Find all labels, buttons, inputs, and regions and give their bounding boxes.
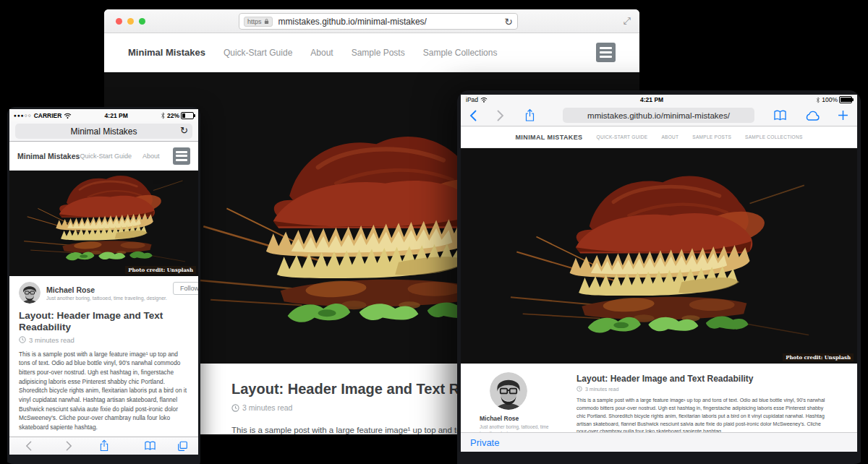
post-paragraph-1: This is a sample post with a large featu… — [19, 350, 189, 431]
iphone-screen: ●●●○○ CARRIER 4:21 PM 22% Minimal Mistak… — [9, 109, 198, 455]
private-browsing-bar: Private — [461, 432, 857, 452]
author-row: Michael Rose Just another boring, tattoo… — [19, 282, 189, 304]
page-title-in-urlbar: Minimal Mistakes — [70, 126, 137, 137]
nav-link-quick-start-guide[interactable]: QUICK-START GUIDE — [597, 134, 648, 139]
photo-credit: Photo credit: Unsplash — [125, 266, 196, 274]
new-tab-icon[interactable] — [838, 110, 848, 121]
battery-icon — [181, 112, 194, 119]
read-time: 3 minutes read — [585, 387, 618, 392]
status-time: 4:21 PM — [72, 112, 161, 119]
status-time: 4:21 PM — [488, 96, 816, 103]
nav-link-quick-start-guide[interactable]: Quick-Start Guide — [224, 48, 292, 58]
safari-toolbar: mmistakes.github.io/minimal-mistakes/ — [461, 105, 857, 126]
post-title: Layout: Header Image and Text Readabilit… — [19, 310, 189, 333]
nav-link-about[interactable]: About — [142, 152, 160, 160]
post-meta: 3 minutes read — [19, 336, 189, 344]
ipad-status-bar: iPad 4:21 PM 100% — [461, 95, 857, 105]
site-title[interactable]: Minimal Mistakes — [17, 152, 80, 160]
safari-bottom-toolbar — [9, 437, 198, 455]
bluetooth-icon — [161, 112, 166, 119]
site-masthead: Minimal Mistakes Quick-Start Guide About… — [104, 33, 639, 72]
nav-link-sample-posts[interactable]: SAMPLE POSTS — [692, 134, 731, 139]
leaves-photo — [500, 163, 818, 359]
share-icon[interactable] — [99, 439, 109, 452]
url-text: mmistakes.github.io/minimal-mistakes/ — [278, 17, 505, 27]
wifi-icon — [64, 113, 72, 119]
avatar — [490, 372, 527, 410]
zoom-window-button[interactable] — [139, 18, 145, 25]
post-title: Layout: Header Image and Text Readabilit… — [576, 374, 833, 384]
lock-icon — [264, 18, 269, 25]
author-sidebar: Michael Rose Just another boring, tattoo… — [480, 372, 556, 437]
site-title[interactable]: MINIMAL MISTAKES — [515, 134, 582, 141]
refresh-icon[interactable]: ↻ — [504, 17, 513, 27]
site-masthead-mobile: Minimal Mistakes Quick-Start Guide About — [9, 142, 198, 171]
nav-link-sample-collections[interactable]: SAMPLE COLLECTIONS — [745, 134, 802, 139]
post-paragraph: This is a sample post with a large featu… — [576, 397, 833, 436]
post-content-tablet: Michael Rose Just another boring, tattoo… — [461, 364, 857, 437]
site-masthead-tablet: MINIMAL MISTAKES QUICK-START GUIDE ABOUT… — [461, 126, 857, 148]
bookmarks-icon[interactable] — [144, 441, 156, 451]
window-controls[interactable] — [116, 18, 145, 25]
nav-link-about[interactable]: About — [310, 48, 333, 58]
back-icon[interactable] — [469, 110, 477, 121]
post-content-mobile: Michael Rose Just another boring, tattoo… — [9, 276, 198, 455]
icloud-tabs-icon[interactable] — [804, 111, 820, 121]
author-name: Michael Rose — [46, 285, 167, 294]
nav-link-sample-posts[interactable]: Sample Posts — [352, 48, 405, 58]
clock-icon — [19, 336, 26, 343]
url-text: mmistakes.github.io/minimal-mistakes/ — [587, 111, 730, 120]
nav-link-quick-start-guide[interactable]: Quick-Start Guide — [80, 152, 132, 160]
close-window-button[interactable] — [116, 18, 122, 25]
iphone-address-bar[interactable]: Minimal Mistakes ↻ — [15, 124, 192, 139]
refresh-icon[interactable]: ↻ — [180, 126, 188, 135]
screenshot-canvas: https mmistakes.github.io/minimal-mistak… — [0, 0, 868, 464]
share-icon[interactable] — [524, 108, 535, 122]
forward-icon[interactable] — [497, 110, 504, 121]
device-label: iPad — [466, 96, 478, 103]
post-main-column: Layout: Header Image and Text Readabilit… — [556, 372, 857, 437]
read-time: 3 minutes read — [29, 336, 75, 344]
battery-percent: 22% — [167, 112, 179, 119]
feature-image-tablet: Photo credit: Unsplash — [461, 148, 857, 364]
battery-icon — [839, 96, 852, 103]
ipad-address-bar[interactable]: mmistakes.github.io/minimal-mistakes/ — [563, 108, 754, 123]
browser-chrome-bar: https mmistakes.github.io/minimal-mistak… — [104, 9, 639, 33]
clock-icon — [576, 386, 582, 392]
nav-link-about[interactable]: ABOUT — [661, 134, 678, 139]
signal-strength-icon: ●●●○○ — [14, 113, 32, 118]
https-label: https — [247, 18, 262, 25]
back-icon[interactable] — [25, 441, 32, 451]
iphone-device: ●●●○○ CARRIER 4:21 PM 22% Minimal Mistak… — [7, 107, 200, 464]
photo-credit: Photo credit: Unsplash — [783, 353, 854, 361]
avatar — [19, 282, 41, 304]
carrier-label: CARRIER — [34, 112, 62, 119]
forward-icon[interactable] — [66, 441, 72, 451]
battery-percent: 100% — [822, 96, 838, 103]
fullscreen-icon[interactable]: ⤢ — [624, 15, 631, 27]
tabs-icon[interactable] — [177, 441, 188, 452]
iphone-url-bar-row: Minimal Mistakes ↻ — [9, 121, 198, 142]
hamburger-menu-button[interactable] — [173, 147, 190, 165]
read-time: 3 minutes read — [242, 403, 292, 412]
clock-icon — [231, 404, 239, 412]
minimize-window-button[interactable] — [127, 18, 134, 25]
ipad-device: iPad 4:21 PM 100% mmistakes.github.io/mi… — [457, 90, 861, 464]
site-title[interactable]: Minimal Mistakes — [128, 47, 205, 58]
bluetooth-icon — [816, 97, 820, 103]
iphone-status-bar: ●●●○○ CARRIER 4:21 PM 22% — [9, 109, 198, 121]
wifi-icon — [480, 97, 488, 103]
https-badge: https — [244, 17, 273, 27]
nav-link-sample-collections[interactable]: Sample Collections — [423, 48, 498, 58]
follow-button[interactable]: Follow — [173, 282, 198, 295]
post-meta: 3 minutes read — [576, 386, 833, 392]
ipad-screen: iPad 4:21 PM 100% mmistakes.github.io/mi… — [461, 95, 857, 452]
author-name: Michael Rose — [480, 415, 556, 422]
hamburger-menu-button[interactable] — [596, 43, 616, 62]
leaves-photo — [18, 171, 190, 275]
private-button[interactable]: Private — [470, 437, 499, 448]
address-bar[interactable]: https mmistakes.github.io/minimal-mistak… — [239, 13, 518, 30]
feature-image-mobile: Photo credit: Unsplash — [9, 171, 198, 276]
author-bio: Just another boring, tattooed, time trav… — [46, 296, 167, 301]
bookmarks-icon[interactable] — [773, 110, 787, 121]
